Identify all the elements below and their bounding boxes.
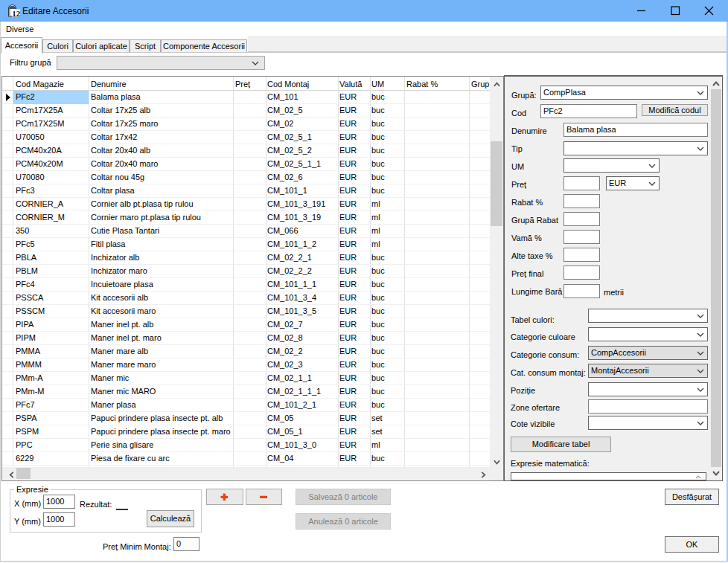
svg-text:12: 12 [12, 9, 20, 18]
